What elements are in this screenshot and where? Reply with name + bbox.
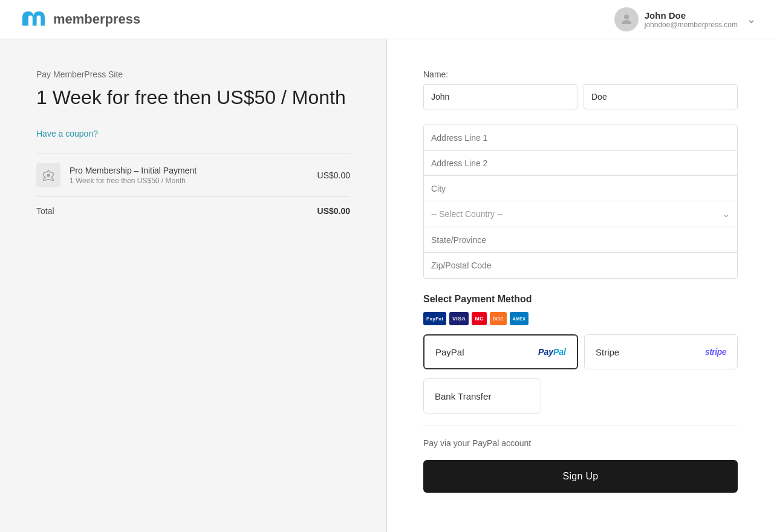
avatar (614, 7, 639, 31)
svg-point-1 (47, 174, 50, 177)
address-line1-input[interactable] (424, 125, 737, 151)
order-details: Pro Membership – Initial Payment 1 Week … (70, 166, 317, 185)
svg-point-0 (624, 15, 629, 19)
payment-title: Select Payment Method (423, 294, 738, 305)
stripe-payment-button[interactable]: Stripe stripe (584, 334, 738, 369)
order-description: 1 Week for free then US$50 / Month (70, 177, 317, 185)
total-row: Total US$0.00 (36, 196, 350, 225)
country-select[interactable]: -- Select Country -- United States Unite… (424, 201, 737, 227)
paypal-button-label: PayPal (435, 347, 464, 357)
state-input[interactable] (424, 227, 737, 253)
user-name: John Doe (645, 10, 738, 21)
payment-methods-grid: PayPal PayPal Stripe stripe (423, 334, 738, 369)
coupon-link[interactable]: Have a coupon? (36, 129, 350, 138)
header: memberpress John Doe johndoe@memberpress… (0, 0, 774, 39)
stripe-button-label: Stripe (596, 347, 619, 357)
order-name: Pro Membership – Initial Payment (70, 166, 317, 175)
paypal-badge: PayPal (423, 312, 446, 325)
user-menu[interactable]: John Doe johndoe@memberpress.com ⌄ (614, 7, 756, 31)
pay-label: Pay MemberPress Site (36, 70, 350, 79)
bank-transfer-payment-button[interactable]: Bank Transfer (423, 378, 541, 414)
country-select-wrapper: -- Select Country -- United States Unite… (424, 201, 737, 227)
logo-area: memberpress (18, 7, 140, 31)
total-label: Total (36, 206, 54, 216)
payment-divider (423, 426, 738, 426)
amex-badge: AMEX (510, 312, 528, 325)
right-panel: Name: -- Select Country -- United States… (387, 39, 774, 532)
visa-badge: VISA (449, 312, 469, 325)
payment-description: Pay via your PayPal account (423, 438, 738, 448)
order-price: US$0.00 (317, 170, 350, 180)
signup-button[interactable]: Sign Up (423, 460, 738, 493)
paypal-payment-button[interactable]: PayPal PayPal (423, 334, 578, 369)
left-panel: Pay MemberPress Site 1 Week for free the… (0, 39, 387, 532)
user-email: johndoe@memberpress.com (645, 21, 738, 29)
memberpress-logo-icon (18, 7, 47, 31)
first-name-input[interactable] (423, 84, 577, 109)
order-item: Pro Membership – Initial Payment 1 Week … (36, 154, 350, 196)
order-icon (36, 163, 60, 187)
address-line2-input[interactable] (424, 151, 737, 176)
stripe-logo: stripe (705, 347, 726, 357)
zip-input[interactable] (424, 253, 737, 278)
payment-section: Select Payment Method PayPal VISA MC DIS… (423, 294, 738, 493)
user-info: John Doe johndoe@memberpress.com (645, 10, 738, 29)
main-layout: Pay MemberPress Site 1 Week for free the… (0, 39, 774, 532)
paypal-logo: PayPal (538, 347, 566, 357)
name-row (423, 84, 738, 109)
payment-methods-grid-row2: Bank Transfer (423, 378, 738, 414)
chevron-down-icon: ⌄ (747, 13, 756, 26)
card-badges: PayPal VISA MC DISC AMEX (423, 312, 738, 325)
address-group: -- Select Country -- United States Unite… (423, 125, 738, 279)
name-section: Name: (423, 70, 738, 109)
name-label: Name: (423, 70, 738, 79)
city-input[interactable] (424, 176, 737, 201)
plan-title: 1 Week for free then US$50 / Month (36, 85, 350, 111)
last-name-input[interactable] (584, 84, 738, 109)
total-amount: US$0.00 (317, 206, 350, 216)
mastercard-badge: MC (472, 312, 487, 325)
bank-transfer-button-label: Bank Transfer (435, 391, 491, 401)
logo-text: memberpress (53, 11, 140, 27)
discover-badge: DISC (490, 312, 507, 325)
